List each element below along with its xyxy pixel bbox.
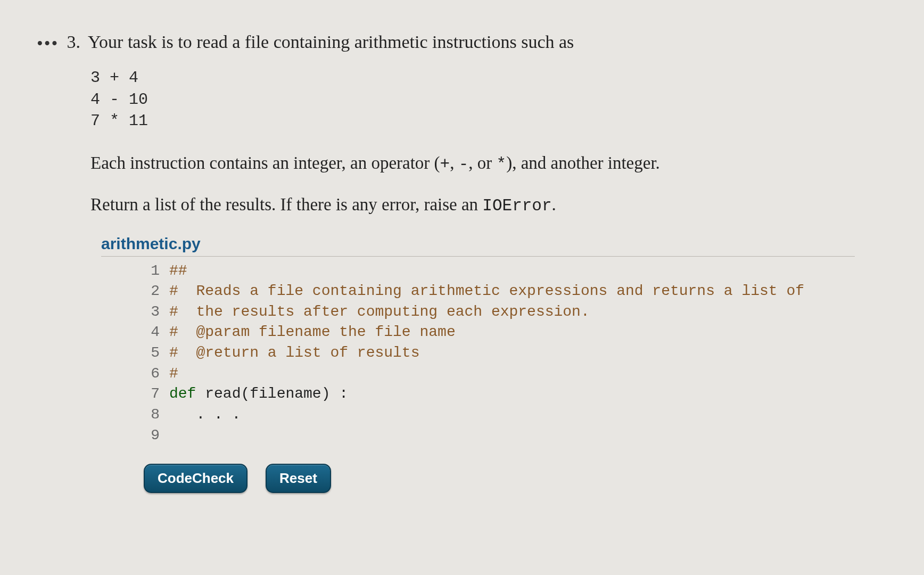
instruction-description: Each instruction contains an integer, an… [90,150,887,177]
code-line: 2# Reads a file containing arithmetic ex… [101,281,855,302]
code-text[interactable]: . . . [169,405,855,425]
line-number: 5 [101,343,169,364]
page: ••• 3. Your task is to read a file conta… [0,0,924,525]
code-line: 3# the results after computing each expr… [101,302,855,323]
desc-text: . [552,195,556,214]
code-text[interactable]: # Reads a file containing arithmetic exp… [169,281,855,302]
reset-button[interactable]: Reset [266,464,331,493]
desc-text: Return a list of the results. If there i… [90,195,482,214]
code-text[interactable]: # [169,364,855,384]
code-line: 5# @return a list of results [101,343,855,364]
result-description: Return a list of the results. If there i… [90,192,887,219]
line-number: 6 [101,364,169,384]
code-line: 9 [101,425,855,446]
line-number: 2 [101,281,169,302]
code-text[interactable]: # @param filename the file name [169,322,855,343]
example-line: 4 - 10 [90,91,148,109]
button-row: CodeCheck Reset [144,464,887,493]
line-number: 8 [101,405,169,425]
example-line: 7 * 11 [90,112,148,130]
code-text[interactable] [169,425,855,446]
desc-text: Each instruction contains an integer, an… [90,153,440,172]
code-line: 8 . . . [101,405,855,425]
code-line: 1## [101,261,855,282]
example-block: 3 + 4 4 - 10 7 * 11 [90,67,887,132]
desc-text: ), and another integer. [506,153,660,172]
codecheck-button[interactable]: CodeCheck [144,464,248,493]
line-number: 9 [101,425,169,446]
desc-text: , [450,153,459,172]
line-number: 3 [101,302,169,323]
code-text[interactable]: # @return a list of results [169,343,855,364]
op-plus: + [440,155,450,174]
example-line: 3 + 4 [90,69,138,87]
file-name-label: arithmetic.py [101,235,887,253]
code-text[interactable]: # the results after computing each expre… [169,302,855,323]
line-number: 4 [101,322,169,343]
desc-text: , or [468,153,496,172]
code-line: 4# @param filename the file name [101,322,855,343]
line-number: 1 [101,261,169,282]
op-minus: - [459,155,469,174]
code-editor[interactable]: 1##2# Reads a file containing arithmetic… [101,256,855,446]
question-number: 3. [67,32,80,52]
code-text[interactable]: ## [169,261,855,282]
line-number: 7 [101,384,169,405]
code-text[interactable]: def read(filename) : [169,384,855,405]
ioerror-code: IOError [482,196,551,215]
problem-header: ••• 3. Your task is to read a file conta… [37,32,887,52]
op-star: * [497,155,507,174]
code-line: 7def read(filename) : [101,384,855,405]
difficulty-bullets: ••• [37,35,59,52]
code-line: 6# [101,364,855,384]
question-intro: Your task is to read a file containing a… [88,32,574,52]
